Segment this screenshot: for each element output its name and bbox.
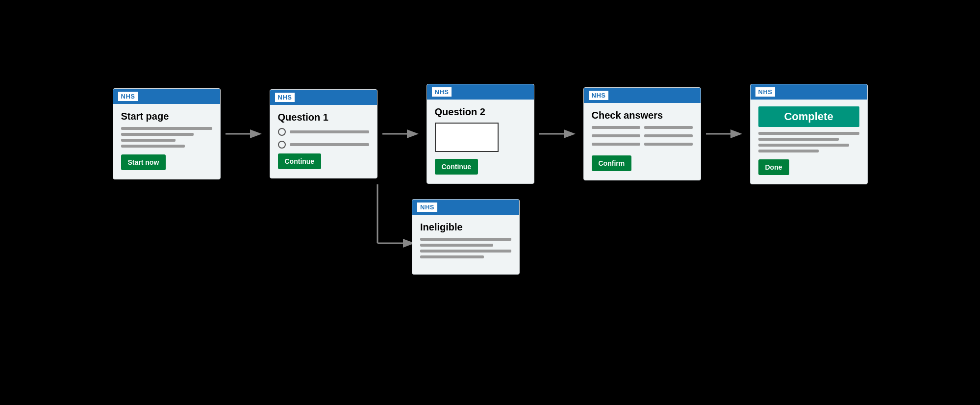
check-answers-card: NHS Check answers Confirm xyxy=(583,87,701,180)
question2-title: Question 2 xyxy=(435,106,526,118)
text-line xyxy=(758,144,849,147)
start-page-card: NHS Start page Start now xyxy=(113,88,221,179)
ineligible-body: Ineligible xyxy=(412,215,519,274)
text-line xyxy=(644,126,693,129)
text-line xyxy=(592,134,640,137)
text-line xyxy=(121,145,185,148)
radio-line-1 xyxy=(290,130,369,133)
nhs-logo-q1: NHS xyxy=(275,93,295,102)
arrow-start-to-q1 xyxy=(221,128,270,140)
text-line xyxy=(121,133,194,136)
arrow-q1-to-q2 xyxy=(377,128,427,140)
text-line xyxy=(592,126,640,129)
check-answers-body: Check answers Confirm xyxy=(584,103,701,180)
arrow-q2-to-check xyxy=(534,128,583,140)
start-page-body: Start page Start now xyxy=(113,104,220,179)
text-line xyxy=(420,238,511,241)
complete-nhs-header: NHS xyxy=(751,84,867,100)
text-line xyxy=(420,244,493,247)
ineligible-card: NHS Ineligible xyxy=(412,199,520,275)
arrow-svg xyxy=(226,128,265,140)
radio-circle-1 xyxy=(278,128,286,136)
text-line xyxy=(592,143,640,146)
check-answers-title: Check answers xyxy=(592,110,693,121)
arrow-check-to-complete xyxy=(701,128,750,140)
start-page-nhs-header: NHS xyxy=(113,89,220,104)
complete-lines xyxy=(758,132,859,152)
complete-title: Complete xyxy=(758,106,859,127)
complete-card: NHS Complete Done xyxy=(750,84,868,184)
question1-card: NHS Question 1 Continue xyxy=(270,89,377,178)
check-answers-nhs-header: NHS xyxy=(584,88,701,103)
question2-card: NHS Question 2 Continue xyxy=(427,84,534,184)
q2-continue-button[interactable]: Continue xyxy=(435,159,478,175)
text-line xyxy=(758,150,819,152)
nhs-logo-complete: NHS xyxy=(755,87,776,97)
done-button[interactable]: Done xyxy=(758,159,789,175)
complete-body: Complete Done xyxy=(751,100,867,184)
bottom-section: NHS Ineligible xyxy=(10,184,970,322)
diagram-container: NHS Start page Start now xyxy=(0,69,980,336)
text-line xyxy=(758,132,859,135)
text-line xyxy=(420,250,511,253)
question2-body: Question 2 Continue xyxy=(427,100,534,183)
text-line xyxy=(644,134,693,137)
start-page-title: Start page xyxy=(121,111,212,122)
start-page-lines xyxy=(121,127,212,148)
question2-nhs-header: NHS xyxy=(427,84,534,100)
confirm-button[interactable]: Confirm xyxy=(592,155,632,171)
ineligible-title: Ineligible xyxy=(420,222,511,233)
nhs-logo-q2: NHS xyxy=(432,87,452,97)
question1-title: Question 1 xyxy=(278,112,369,123)
radio-option-1 xyxy=(278,128,369,136)
question1-nhs-header: NHS xyxy=(270,90,377,105)
ineligible-lines xyxy=(420,238,511,258)
text-line xyxy=(758,138,839,141)
top-row: NHS Start page Start now xyxy=(113,84,868,184)
radio-circle-2 xyxy=(278,141,286,149)
arrow-svg-3 xyxy=(539,128,578,140)
nhs-logo-ineligible: NHS xyxy=(417,202,437,212)
check-col-right xyxy=(644,126,693,149)
question2-input-box xyxy=(435,123,499,152)
check-col-left xyxy=(592,126,640,149)
text-line xyxy=(420,255,484,258)
text-line xyxy=(644,143,693,146)
text-line xyxy=(121,127,212,130)
arrow-svg-2 xyxy=(382,128,422,140)
ineligible-nhs-header: NHS xyxy=(412,200,519,215)
start-now-button[interactable]: Start now xyxy=(121,154,166,170)
nhs-logo-check: NHS xyxy=(589,91,609,100)
radio-option-2 xyxy=(278,141,369,149)
text-line xyxy=(121,139,176,142)
question1-body: Question 1 Continue xyxy=(270,105,377,178)
q1-continue-button[interactable]: Continue xyxy=(278,153,322,169)
check-answers-content xyxy=(592,126,693,149)
nhs-logo-start: NHS xyxy=(118,92,138,101)
radio-line-2 xyxy=(290,143,369,146)
arrow-svg-4 xyxy=(706,128,745,140)
